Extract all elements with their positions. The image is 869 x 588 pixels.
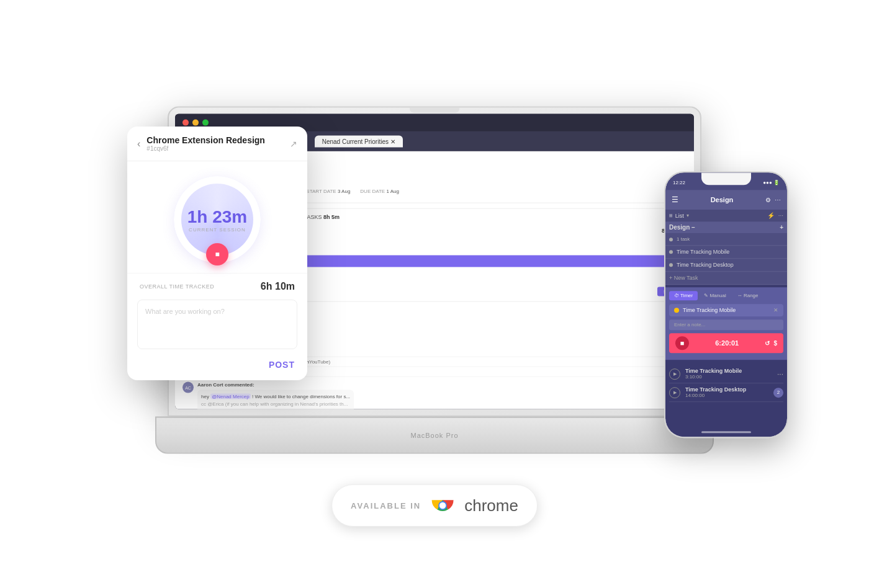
phone-tab-manual[interactable]: ✎ Manual bbox=[699, 291, 731, 300]
ext-external-link[interactable]: ↗ bbox=[290, 139, 297, 149]
close-button[interactable] bbox=[182, 120, 189, 126]
post-label: POST bbox=[269, 360, 295, 370]
ext-subtitle: #1cqv6f bbox=[146, 145, 290, 152]
assigned-to-me: Assigned to me bbox=[201, 409, 350, 409]
circle-inner: 1h 23m CURRENT SESSION bbox=[187, 207, 248, 233]
circle-container: 1h 23m CURRENT SESSION bbox=[174, 176, 261, 263]
entry-time-1: 3:10:00 bbox=[685, 374, 777, 380]
phone-bottom-bar bbox=[701, 431, 751, 433]
svg-point-3 bbox=[439, 502, 446, 509]
comment-text: hey @Nenad Mercep ! We would like to cha… bbox=[201, 394, 350, 399]
note-placeholder: Enter a note... bbox=[674, 322, 705, 327]
play-button-2[interactable]: ▶ bbox=[669, 387, 680, 398]
task-label-2: Time Tracking Mobile bbox=[677, 249, 729, 255]
phone: 12:22 ●●● 🔋 ☰ Design ⚙ ⋯ ≡ List ▾ bbox=[664, 171, 788, 438]
new-task-label: + New Task bbox=[669, 275, 698, 281]
entry-time-2: 14:00:00 bbox=[685, 393, 773, 398]
filter-actions: ⚡ ··· bbox=[767, 212, 783, 219]
new-task-row[interactable]: + New Task bbox=[665, 272, 787, 285]
phone-current-task: Time Tracking Mobile ✕ bbox=[669, 304, 783, 316]
play-button-1[interactable]: ▶ bbox=[669, 368, 680, 380]
task-dot-1 bbox=[669, 238, 673, 241]
overall-time: 6h 10m bbox=[261, 281, 295, 292]
entry-info-2: Time Tracking Desktop 14:00:00 bbox=[685, 386, 773, 398]
ext-overall: OVERALL TIME TRACKED 6h 10m bbox=[127, 273, 307, 300]
circle-time: 1h 23m bbox=[187, 207, 248, 227]
task-row-3[interactable]: Time Tracking Desktop bbox=[665, 259, 787, 272]
task-row-1: 1 task bbox=[665, 233, 787, 246]
post-button-area[interactable]: POST bbox=[127, 359, 307, 380]
phone-body: 12:22 ●●● 🔋 ☰ Design ⚙ ⋯ ≡ List ▾ bbox=[664, 171, 788, 438]
entry-row-1: ▶ Time Tracking Mobile 3:10:00 ··· bbox=[669, 365, 783, 383]
ext-timer-circle: 1h 23m CURRENT SESSION bbox=[127, 161, 307, 273]
close-task-icon[interactable]: ✕ bbox=[773, 307, 778, 313]
start-date-meta: START DATE 3 Aug bbox=[306, 189, 350, 194]
add-task-icon[interactable]: + bbox=[780, 224, 783, 231]
main-scene: Marketing Advertising YouTube Nenad Curr… bbox=[93, 27, 776, 561]
section-label: Design – + bbox=[669, 224, 783, 231]
current-task-name: Time Tracking Mobile bbox=[683, 307, 773, 313]
available-text: AVAILABLE IN bbox=[351, 501, 421, 510]
ext-title-group: Chrome Extension Redesign #1cqv6f bbox=[146, 135, 290, 152]
phone-nav: ☰ Design ⚙ ⋯ bbox=[665, 190, 787, 210]
phone-status-icons: ●●● 🔋 bbox=[763, 180, 780, 185]
list-icon: ≡ bbox=[669, 212, 673, 219]
phone-timer-section: ⏱ Timer ✎ Manual ↔ Range Time Tracking M… bbox=[665, 287, 787, 360]
dollar-icon[interactable]: $ bbox=[773, 340, 777, 347]
ext-header: ‹ Chrome Extension Redesign #1cqv6f ↗ bbox=[127, 127, 307, 161]
overall-label: OVERALL TIME TRACKED bbox=[140, 283, 214, 290]
filter-icon[interactable]: ⚡ bbox=[767, 212, 775, 219]
task-dot-yellow bbox=[674, 308, 679, 313]
stop-timer-button[interactable]: ■ bbox=[675, 336, 689, 350]
commenter-avatar: AC bbox=[182, 382, 194, 393]
maximize-button[interactable] bbox=[202, 120, 209, 126]
phone-tab-range[interactable]: ↔ Range bbox=[732, 291, 763, 300]
task-label-3: Time Tracking Desktop bbox=[677, 262, 734, 268]
more-entry-1[interactable]: ··· bbox=[777, 370, 783, 378]
chrome-badge[interactable]: AVAILABLE IN chrome bbox=[331, 484, 538, 527]
chrome-icon bbox=[430, 492, 456, 519]
phone-tab-timer[interactable]: ⏱ Timer bbox=[669, 291, 698, 300]
back-button[interactable]: ‹ bbox=[137, 138, 140, 149]
entry-row-2: ▶ Time Tracking Desktop 14:00:00 2 bbox=[669, 383, 783, 402]
task-dot-2 bbox=[669, 250, 673, 254]
ext-notes[interactable]: What are you working on? bbox=[137, 300, 297, 349]
phone-screen: 12:22 ●●● 🔋 ☰ Design ⚙ ⋯ ≡ List ▾ bbox=[665, 172, 787, 437]
phone-list-bar: ≡ List ▾ ⚡ ··· bbox=[665, 210, 787, 221]
hamburger-icon[interactable]: ☰ bbox=[672, 195, 678, 204]
commenter-name: Aaron Cort commented: bbox=[197, 382, 354, 388]
phone-time: 12:22 bbox=[673, 180, 685, 185]
phone-section-header: Design – + bbox=[665, 221, 787, 233]
phone-tasks-list: 1 task Time Tracking Mobile Time Trackin… bbox=[665, 233, 787, 285]
settings-icon[interactable]: ⚙ bbox=[765, 197, 771, 203]
comment-body: Aaron Cort commented: hey @Nenad Mercep … bbox=[197, 382, 354, 409]
tab-nenad[interactable]: Nenad Current Priorities ✕ bbox=[315, 135, 403, 147]
comment-cc: cc @Erica (if you can help with organizi… bbox=[201, 401, 350, 407]
phone-timer-tabs: ⏱ Timer ✎ Manual ↔ Range bbox=[669, 291, 783, 300]
minimize-button[interactable] bbox=[192, 120, 199, 126]
entry-info-1: Time Tracking Mobile 3:10:00 bbox=[685, 368, 777, 380]
stop-button[interactable] bbox=[206, 243, 228, 265]
circle-label: CURRENT SESSION bbox=[187, 227, 248, 233]
task-label-1: 1 task bbox=[677, 236, 690, 242]
task-dot-3 bbox=[669, 263, 673, 267]
chevron-down-icon: ▾ bbox=[687, 213, 689, 218]
timer-options: ↺ $ bbox=[765, 340, 777, 347]
phone-note-input[interactable]: Enter a note... bbox=[669, 319, 783, 330]
phone-nav-title: Design bbox=[711, 196, 734, 203]
laptop-base bbox=[155, 417, 714, 454]
ext-title: Chrome Extension Redesign bbox=[146, 135, 290, 145]
comment-bubble: hey @Nenad Mercep ! We would like to cha… bbox=[197, 390, 354, 409]
more-options-icon[interactable]: ··· bbox=[778, 212, 783, 219]
entry-name-2: Time Tracking Desktop bbox=[685, 386, 773, 393]
phone-running-timer: ■ 6:20:01 ↺ $ bbox=[669, 333, 783, 353]
refresh-icon[interactable]: ↺ bbox=[765, 340, 770, 347]
notes-placeholder: What are you working on? bbox=[145, 308, 289, 315]
comment-section: AC Aaron Cort commented: hey @Nenad Merc… bbox=[182, 382, 687, 409]
list-view-selector[interactable]: ≡ List ▾ bbox=[669, 212, 689, 219]
running-time-display: 6:20:01 bbox=[715, 339, 739, 347]
entry-count-2: 2 bbox=[773, 388, 783, 398]
more-icon[interactable]: ⋯ bbox=[775, 197, 781, 203]
laptop-notch bbox=[410, 108, 459, 113]
task-row-2[interactable]: Time Tracking Mobile bbox=[665, 246, 787, 259]
